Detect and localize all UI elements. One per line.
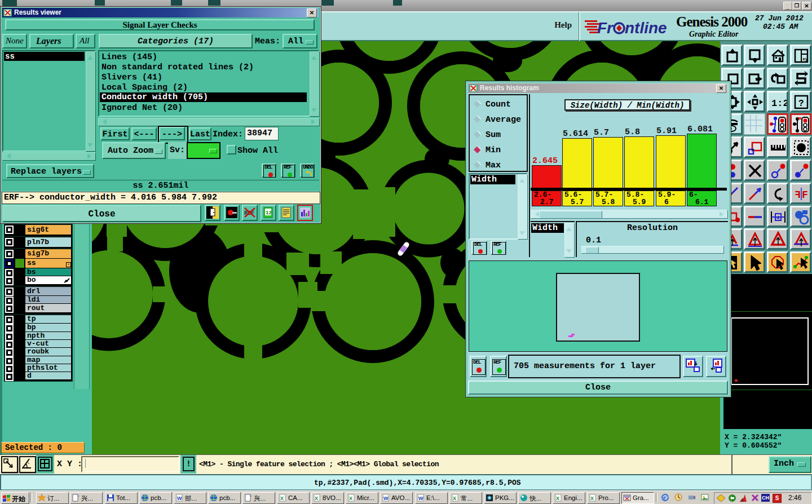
- svg-text:12: 12: [266, 210, 272, 216]
- svg-text:X: X: [315, 496, 318, 501]
- svg-text:e: e: [663, 494, 666, 501]
- svg-text:4: 4: [776, 215, 780, 221]
- svg-text:Fr: Fr: [597, 19, 614, 37]
- svg-text:W: W: [383, 496, 389, 501]
- svg-text:?: ?: [798, 99, 804, 109]
- svg-text:F: F: [795, 189, 801, 201]
- svg-text:X: X: [349, 496, 352, 501]
- svg-text:1:2: 1:2: [771, 98, 787, 109]
- svg-text:F: F: [802, 189, 808, 201]
- svg-text:L: L: [28, 461, 30, 465]
- svg-text:X: X: [590, 496, 594, 501]
- svg-text:xy: xy: [802, 56, 808, 61]
- svg-text:X: X: [280, 496, 284, 501]
- svg-text:W: W: [177, 496, 182, 501]
- svg-text:ntline: ntline: [625, 19, 667, 37]
- svg-text:X: X: [556, 496, 559, 501]
- svg-text:W: W: [418, 496, 423, 501]
- svg-text:X: X: [453, 496, 456, 501]
